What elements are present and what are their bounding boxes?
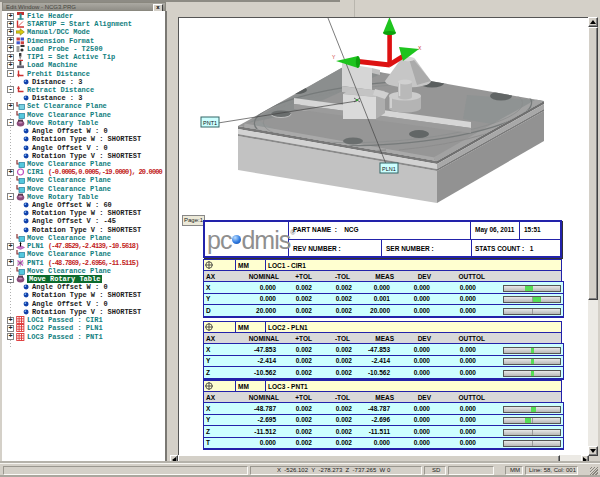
svg-text:PNT1: PNT1	[203, 120, 217, 126]
svg-text:Y: Y	[332, 54, 336, 60]
svg-text:X: X	[418, 45, 422, 51]
svg-text:PLN1: PLN1	[382, 166, 396, 172]
